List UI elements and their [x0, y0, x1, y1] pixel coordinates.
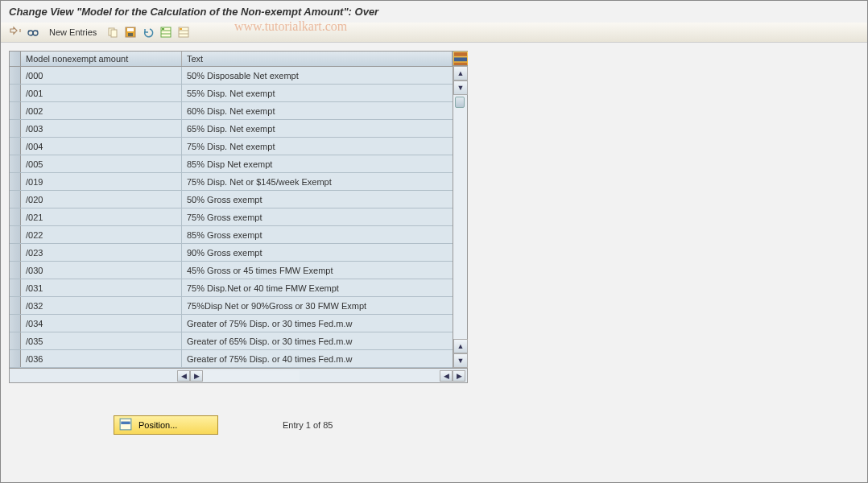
scroll-down-icon[interactable]: ▼ [453, 80, 468, 95]
copy-icon[interactable] [106, 26, 119, 39]
row-selector[interactable] [10, 279, 21, 296]
cell-text[interactable]: Greater of 65% Disp. or 30 times Fed.m.w [182, 332, 453, 349]
content-area: Model nonexempt amount Text /00050% Disp… [1, 43, 867, 451]
cell-text[interactable]: 75% Gross exempt [182, 208, 453, 225]
hscroll-track[interactable] [203, 370, 300, 382]
cell-text[interactable]: 50% Disposable Net exempt [182, 67, 453, 84]
cell-text[interactable]: 75% Disp.Net or 40 time FMW Exempt [182, 279, 453, 296]
cell-text[interactable]: 50% Gross exempt [182, 191, 453, 208]
cell-model[interactable]: /022 [21, 226, 182, 243]
row-selector[interactable] [10, 191, 21, 208]
save-icon[interactable] [124, 26, 137, 39]
cell-text[interactable]: 85% Gross exempt [182, 226, 453, 243]
footer-area: Position... Entry 1 of 85 [9, 383, 859, 443]
scroll-up-icon[interactable]: ▲ [453, 66, 468, 80]
row-selector[interactable] [10, 138, 21, 155]
table-row: /00365% Disp. Net exempt [10, 120, 453, 138]
cell-text[interactable]: 90% Gross exempt [182, 244, 453, 261]
table-row: /00050% Disposable Net exempt [10, 67, 453, 85]
column-header-model[interactable]: Model nonexempt amount [21, 52, 182, 66]
table-row: /03275%Disp Net or 90%Gross or 30 FMW Ex… [10, 297, 453, 315]
horizontal-scroll: ◀ ▶ ◀ ▶ [9, 369, 468, 383]
row-selector[interactable] [10, 315, 21, 332]
table-row: /02390% Gross exempt [10, 244, 453, 262]
cell-text[interactable]: 75% Disp. Net or $145/week Exempt [182, 173, 453, 190]
cell-model[interactable]: /036 [21, 350, 182, 367]
hscroll-right-icon[interactable]: ▶ [190, 370, 203, 382]
table-settings-icon[interactable] [453, 52, 468, 66]
svg-rect-6 [128, 33, 133, 36]
cell-text[interactable]: 65% Disp. Net exempt [182, 120, 453, 137]
cell-model[interactable]: /003 [21, 120, 182, 137]
row-selector-header[interactable] [10, 52, 21, 66]
cell-model[interactable]: /031 [21, 279, 182, 296]
glasses-icon[interactable] [27, 26, 39, 39]
row-selector[interactable] [10, 67, 21, 84]
table-row: /01975% Disp. Net or $145/week Exempt [10, 173, 453, 191]
cell-model[interactable]: /001 [21, 85, 182, 101]
vertical-scroll: ▲ ▼ ▲ ▼ [453, 52, 467, 368]
entry-status: Entry 1 of 85 [283, 420, 333, 430]
hscroll-right2-icon[interactable]: ▶ [453, 370, 465, 382]
table-row: /00585% Disp Net exempt [10, 155, 453, 173]
hscroll-left2-icon[interactable]: ◀ [440, 370, 453, 382]
row-selector[interactable] [10, 208, 21, 225]
svg-rect-3 [111, 30, 117, 37]
row-selector[interactable] [10, 350, 21, 367]
table-row: /02175% Gross exempt [10, 208, 453, 226]
cell-text[interactable]: 75% Disp. Net exempt [182, 138, 453, 155]
page-title: Change View "Model for the Calculation o… [1, 1, 867, 23]
cell-model[interactable]: /019 [21, 173, 182, 190]
cell-text[interactable]: 85% Disp Net exempt [182, 155, 453, 172]
cell-model[interactable]: /020 [21, 191, 182, 208]
scroll-thumb[interactable] [455, 97, 465, 108]
new-entries-button[interactable]: New Entries [44, 27, 101, 37]
row-selector[interactable] [10, 332, 21, 349]
row-selector[interactable] [10, 226, 21, 243]
cell-text[interactable]: 55% Disp. Net exempt [182, 85, 453, 101]
scroll-track[interactable] [453, 95, 467, 339]
row-selector[interactable] [10, 120, 21, 137]
table-row: /02050% Gross exempt [10, 191, 453, 208]
table-row: /03175% Disp.Net or 40 time FMW Exempt [10, 279, 453, 297]
position-label: Position... [138, 420, 177, 430]
column-header-text[interactable]: Text [182, 52, 453, 66]
cell-model[interactable]: /005 [21, 155, 182, 172]
position-icon [119, 418, 132, 432]
row-selector[interactable] [10, 155, 21, 172]
cell-model[interactable]: /032 [21, 297, 182, 314]
cell-text[interactable]: Greater of 75% Disp. or 30 times Fed.m.w [182, 315, 453, 332]
row-selector[interactable] [10, 102, 21, 119]
svg-rect-10 [180, 28, 182, 30]
cell-model[interactable]: /035 [21, 332, 182, 349]
cell-text[interactable]: 45% Gross or 45 times FMW Exempt [182, 262, 453, 279]
cell-model[interactable]: /034 [21, 315, 182, 332]
row-selector[interactable] [10, 173, 21, 190]
deselect-all-icon[interactable] [177, 26, 190, 39]
cell-text[interactable]: 60% Disp. Net exempt [182, 102, 453, 119]
row-selector[interactable] [10, 85, 21, 101]
undo-icon[interactable] [142, 26, 155, 39]
hscroll-left-icon[interactable]: ◀ [177, 370, 190, 382]
table-row: /00475% Disp. Net exempt [10, 138, 453, 155]
cell-model[interactable]: /000 [21, 67, 182, 84]
table-row: /00260% Disp. Net exempt [10, 102, 453, 120]
cell-model[interactable]: /021 [21, 208, 182, 225]
cell-model[interactable]: /002 [21, 102, 182, 119]
svg-rect-8 [162, 28, 164, 30]
cell-text[interactable]: 75%Disp Net or 90%Gross or 30 FMW Exmpt [182, 297, 453, 314]
cell-model[interactable]: /023 [21, 244, 182, 261]
cell-text[interactable]: Greater of 75% Disp. or 40 times Fed.m.w [182, 350, 453, 367]
table-row: /036Greater of 75% Disp. or 40 times Fed… [10, 350, 453, 368]
position-button[interactable]: Position... [114, 415, 218, 435]
scroll-up2-icon[interactable]: ▲ [453, 339, 468, 353]
row-selector[interactable] [10, 244, 21, 261]
toolbar: New Entries www.tutorialkart.com [1, 23, 867, 43]
row-selector[interactable] [10, 297, 21, 314]
cell-model[interactable]: /030 [21, 262, 182, 279]
scroll-down2-icon[interactable]: ▼ [453, 353, 468, 368]
expand-icon[interactable] [9, 26, 22, 39]
row-selector[interactable] [10, 262, 21, 279]
cell-model[interactable]: /004 [21, 138, 182, 155]
select-all-icon[interactable] [159, 26, 172, 39]
